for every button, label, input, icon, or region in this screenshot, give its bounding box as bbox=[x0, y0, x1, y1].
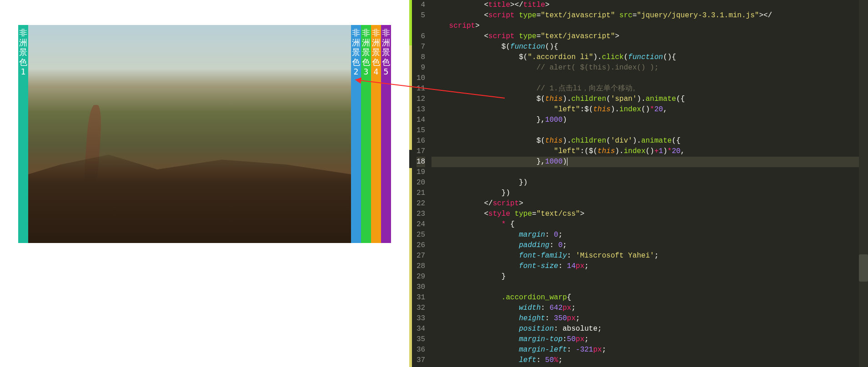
gutter-modification-bar bbox=[409, 0, 412, 367]
line-number: 18 bbox=[416, 157, 425, 167]
line-number: 26 bbox=[416, 240, 425, 251]
accordion-tab-5[interactable]: 非洲景色5 bbox=[381, 25, 391, 243]
line-number: 29 bbox=[416, 272, 425, 282]
line-number: 27 bbox=[416, 251, 425, 261]
line-number: 6 bbox=[416, 31, 425, 42]
line-number: 5 bbox=[416, 10, 425, 21]
code-line[interactable]: }) bbox=[431, 188, 859, 198]
line-number: 12 bbox=[416, 94, 425, 104]
code-line[interactable]: // alert( $(this).index() ); bbox=[431, 63, 859, 73]
line-number: 25 bbox=[416, 230, 425, 240]
code-line[interactable]: <script type="text/javascript"> bbox=[431, 31, 859, 42]
accordion-panel-1 bbox=[28, 25, 351, 243]
accordion-tab-2[interactable]: 非洲景色2 bbox=[351, 25, 361, 243]
line-number: 32 bbox=[416, 303, 425, 313]
code-line[interactable]: font-size: 14px; bbox=[431, 261, 859, 272]
accordion-tab-3[interactable]: 非洲景色3 bbox=[361, 25, 371, 243]
line-number-gutter: 4567891011121314151617181920212223242526… bbox=[412, 0, 431, 367]
code-area[interactable]: <title></title> <script type="text/javas… bbox=[431, 0, 859, 367]
line-number: 13 bbox=[416, 104, 425, 115]
code-editor[interactable]: 4567891011121314151617181920212223242526… bbox=[409, 0, 868, 367]
code-line[interactable]: margin: 0; bbox=[431, 230, 859, 240]
code-line[interactable]: margin-left: -321px; bbox=[431, 345, 859, 355]
line-number: 30 bbox=[416, 282, 425, 293]
code-line[interactable]: "left":($(this).index()+1)*20, bbox=[431, 146, 859, 157]
code-line[interactable]: <title></title> bbox=[431, 0, 859, 10]
accordion-tab-4[interactable]: 非洲景色4 bbox=[371, 25, 381, 243]
accordion-item-4: 非洲景色4 bbox=[371, 25, 381, 243]
code-line[interactable]: <style type="text/css"> bbox=[431, 209, 859, 219]
line-number: 37 bbox=[416, 355, 425, 366]
accordion-tab-label: 非洲景色4 bbox=[372, 28, 380, 76]
code-line[interactable]: margin-top:50px; bbox=[431, 334, 859, 345]
code-line[interactable]: }) bbox=[431, 178, 859, 188]
line-number: 15 bbox=[416, 125, 425, 136]
accordion-item-3: 非洲景色3 bbox=[361, 25, 371, 243]
code-line[interactable]: $(function(){ bbox=[431, 42, 859, 52]
code-line[interactable]: script> bbox=[431, 21, 859, 31]
line-number: 10 bbox=[416, 73, 425, 84]
code-line[interactable]: * { bbox=[431, 219, 859, 230]
line-number: 7 bbox=[416, 42, 425, 52]
code-line[interactable]: $(".accordion li").click(function(){ bbox=[431, 52, 859, 63]
browser-preview: 非洲景色1 非洲景色2 非洲景色3 非洲景色4 bbox=[0, 0, 409, 367]
code-line[interactable]: font-family: 'Miscrosoft Yahei'; bbox=[431, 251, 859, 261]
accordion-item-2: 非洲景色2 bbox=[351, 25, 361, 243]
line-number: 34 bbox=[416, 324, 425, 334]
landscape-image bbox=[28, 25, 351, 243]
line-number: 17 bbox=[416, 146, 425, 157]
line-number: 36 bbox=[416, 345, 425, 355]
line-number: 9 bbox=[416, 63, 425, 73]
line-number: 16 bbox=[416, 136, 425, 146]
accordion-tab-1[interactable]: 非洲景色1 bbox=[18, 25, 28, 243]
code-line[interactable]: $(this).children('div').animate({ bbox=[431, 136, 859, 146]
accordion: 非洲景色1 非洲景色2 非洲景色3 非洲景色4 bbox=[18, 25, 391, 243]
code-line[interactable]: padding: 0; bbox=[431, 240, 859, 251]
code-line[interactable]: height: 350px; bbox=[431, 313, 859, 324]
line-number bbox=[416, 21, 425, 31]
line-number: 28 bbox=[416, 261, 425, 272]
code-line[interactable]: $(this).children('span').animate({ bbox=[431, 94, 859, 104]
code-line[interactable]: position: absolute; bbox=[431, 324, 859, 334]
accordion-tab-label: 非洲景色5 bbox=[382, 28, 390, 76]
accordion-tab-label: 非洲景色2 bbox=[352, 28, 360, 76]
line-number: 33 bbox=[416, 313, 425, 324]
line-number: 22 bbox=[416, 198, 425, 209]
code-line[interactable]: },1000) bbox=[431, 157, 859, 167]
code-line[interactable] bbox=[431, 282, 859, 293]
code-line[interactable] bbox=[431, 73, 859, 84]
code-line[interactable]: </script> bbox=[431, 198, 859, 209]
line-number: 8 bbox=[416, 52, 425, 63]
code-line[interactable]: <script type="text/javascript" src="jque… bbox=[431, 10, 859, 21]
code-line[interactable]: } bbox=[431, 272, 859, 282]
line-number: 21 bbox=[416, 188, 425, 198]
accordion-tab-label: 非洲景色3 bbox=[362, 28, 370, 76]
line-number: 35 bbox=[416, 334, 425, 345]
code-line[interactable]: width: 642px; bbox=[431, 303, 859, 313]
line-number: 4 bbox=[416, 0, 425, 10]
line-number: 31 bbox=[416, 293, 425, 303]
line-number: 19 bbox=[416, 167, 425, 178]
line-number: 20 bbox=[416, 178, 425, 188]
scrollbar[interactable] bbox=[859, 0, 868, 367]
accordion-tab-label: 非洲景色1 bbox=[19, 28, 27, 76]
line-number: 24 bbox=[416, 219, 425, 230]
code-line[interactable]: left: 50%; bbox=[431, 355, 859, 366]
code-line[interactable]: // 1.点击li，向左单个移动。 bbox=[431, 84, 859, 94]
code-line[interactable]: .accordion_warp{ bbox=[431, 293, 859, 303]
code-line[interactable] bbox=[431, 167, 859, 178]
line-number: 23 bbox=[416, 209, 425, 219]
code-line[interactable]: "left":$(this).index()*20, bbox=[431, 104, 859, 115]
scrollbar-thumb[interactable] bbox=[859, 254, 868, 282]
accordion-item-1: 非洲景色1 bbox=[18, 25, 351, 243]
code-line[interactable]: },1000) bbox=[431, 115, 859, 125]
line-number: 11 bbox=[416, 84, 425, 94]
line-number: 14 bbox=[416, 115, 425, 125]
code-line[interactable] bbox=[431, 125, 859, 136]
accordion-item-5: 非洲景色5 bbox=[381, 25, 391, 243]
